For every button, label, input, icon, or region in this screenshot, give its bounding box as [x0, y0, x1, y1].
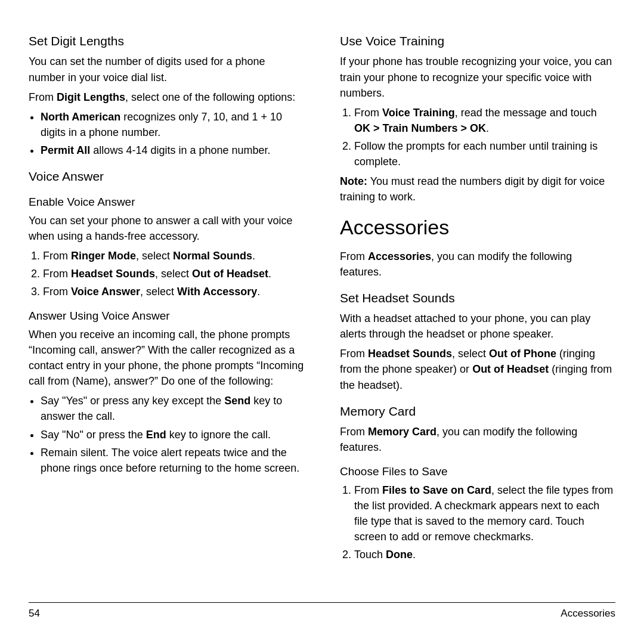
answer-bullet-1: Say "Yes" or press any key except the Se…	[41, 393, 304, 424]
enable-step-1-mid: , select	[136, 250, 173, 262]
left-column: Set Digit Lengths You can set the number…	[29, 23, 310, 596]
memory-card-section: Memory Card From Memory Card, you can mo…	[340, 402, 615, 563]
footer: 54 Accessories	[29, 602, 615, 621]
digit-lengths-bullet-1: North American recognizes only 7, 10, an…	[41, 109, 304, 140]
enable-step-1: From Ringer Mode, select Normal Sounds.	[43, 248, 304, 264]
enable-voice-answer-title: Enable Voice Answer	[29, 194, 304, 210]
enable-step-2: From Headset Sounds, select Out of Heads…	[43, 266, 304, 281]
answer-bullet-2: Say "No" or press the End key to ignore …	[41, 427, 304, 442]
hs-from-mid: , select	[452, 348, 489, 360]
ringer-mode-bold: Ringer Mode	[71, 250, 136, 262]
headset-sounds-title: Set Headset Sounds	[340, 289, 615, 307]
out-of-headset-bold-2: Out of Headset	[472, 363, 549, 375]
columns-container: Set Digit Lengths You can set the number…	[29, 23, 615, 596]
headset-sounds-from: From Headset Sounds, select Out of Phone…	[340, 346, 615, 392]
answer-bullet-3: Remain silent. The voice alert repeats t…	[41, 445, 304, 476]
answer-bullets: Say "Yes" or press any key except the Se…	[41, 393, 304, 475]
vt-step-1-mid: , read the message and touch	[455, 107, 597, 119]
memory-card-from: From Memory Card, you can modify the fol…	[340, 424, 615, 455]
with-accessory-bold: With Accessory	[177, 286, 257, 298]
enable-voice-answer-intro: You can set your phone to answer a call …	[29, 213, 304, 244]
enable-step-2-end: .	[268, 268, 271, 280]
enable-step-3-mid: , select	[140, 286, 177, 298]
voice-answer-title: Voice Answer	[29, 168, 304, 185]
voice-training-step-2: Follow the prompts for each number until…	[354, 138, 615, 169]
choose-files-title: Choose Files to Save	[340, 463, 615, 480]
answer-using-voice-intro: When you receive an incoming call, the p…	[29, 327, 304, 389]
digit-lengths-bullets: North American recognizes only 7, 10, an…	[41, 109, 304, 158]
voice-training-steps: From Voice Training, read the message an…	[354, 105, 615, 169]
digit-lengths-bullet-2: Permit All allows 4-14 digits in a phone…	[41, 143, 304, 158]
files-to-save-bold: Files to Save on Card	[382, 484, 491, 496]
set-digit-lengths-section: Set Digit Lengths You can set the number…	[29, 32, 304, 158]
page: Set Digit Lengths You can set the number…	[0, 0, 644, 644]
cfs-step-2-rest: .	[413, 549, 416, 561]
memory-card-title: Memory Card	[340, 402, 615, 420]
normal-sounds-bold: Normal Sounds	[173, 250, 252, 262]
footer-page-number: 54	[29, 606, 40, 621]
out-of-headset-bold: Out of Headset	[192, 268, 268, 280]
set-digit-lengths-intro: You can set the number of digits used fo…	[29, 54, 304, 85]
enable-step-2-mid: , select	[155, 268, 192, 280]
headset-sounds-bold-2: Headset Sounds	[368, 348, 452, 360]
done-bold: Done	[386, 549, 413, 561]
enable-step-3-end: .	[257, 286, 260, 298]
voice-answer-bold-1: Voice Answer	[71, 286, 140, 298]
note-text: You must read the numbers digit by digit…	[340, 175, 605, 203]
footer-section-name: Accessories	[561, 606, 615, 621]
accessories-section: Accessories From Accessories, you can mo…	[340, 213, 615, 562]
ok-train-bold: OK > Train Numbers > OK	[354, 122, 486, 134]
right-column: Use Voice Training If your phone has tro…	[334, 23, 615, 596]
accessories-intro: From Accessories, you can modify the fol…	[340, 249, 615, 280]
choose-files-step-2: Touch Done.	[354, 547, 615, 562]
enable-step-3: From Voice Answer, select With Accessory…	[43, 284, 304, 299]
headset-sounds-section: Set Headset Sounds With a headset attach…	[340, 289, 615, 393]
memory-card-bold: Memory Card	[368, 426, 436, 438]
voice-answer-section: Voice Answer Enable Voice Answer You can…	[29, 168, 304, 476]
voice-training-note: Note: You must read the numbers digit by…	[340, 174, 615, 205]
answer-bullet-2-rest: key to ignore the call.	[166, 429, 271, 441]
voice-training-bold: Voice Training	[382, 107, 455, 119]
permit-all-rest: allows 4-14 digits in a phone number.	[90, 144, 270, 156]
permit-all-bold: Permit All	[41, 144, 90, 156]
north-american-bold: North American	[41, 111, 120, 123]
voice-training-intro: If your phone has trouble recognizing yo…	[340, 54, 615, 100]
use-voice-training-section: Use Voice Training If your phone has tro…	[340, 32, 615, 205]
set-digit-lengths-from: From Digit Lengths, select one of the fo…	[29, 89, 304, 105]
use-voice-training-title: Use Voice Training	[340, 32, 615, 50]
headset-sounds-bold-1: Headset Sounds	[71, 268, 155, 280]
accessories-bold: Accessories	[368, 250, 431, 262]
set-digit-lengths-title: Set Digit Lengths	[29, 32, 304, 50]
enable-step-1-end: .	[252, 250, 255, 262]
note-bold: Note:	[340, 175, 367, 187]
voice-training-step-1: From Voice Training, read the message an…	[354, 105, 615, 136]
digit-lengths-bold: Digit Lengths	[57, 91, 125, 103]
vt-step-1-end: .	[486, 122, 489, 134]
end-bold: End	[146, 429, 166, 441]
out-of-phone-bold: Out of Phone	[489, 348, 556, 360]
choose-files-step-1: From Files to Save on Card, select the f…	[354, 482, 615, 544]
send-bold: Send	[224, 395, 250, 407]
choose-files-steps: From Files to Save on Card, select the f…	[354, 482, 615, 562]
answer-using-voice-title: Answer Using Voice Answer	[29, 308, 304, 324]
set-digit-lengths-from-rest: , select one of the following options:	[125, 91, 295, 103]
headset-sounds-intro: With a headset attached to your phone, y…	[340, 311, 615, 342]
accessories-title: Accessories	[340, 213, 615, 242]
enable-voice-answer-steps: From Ringer Mode, select Normal Sounds. …	[43, 248, 304, 299]
